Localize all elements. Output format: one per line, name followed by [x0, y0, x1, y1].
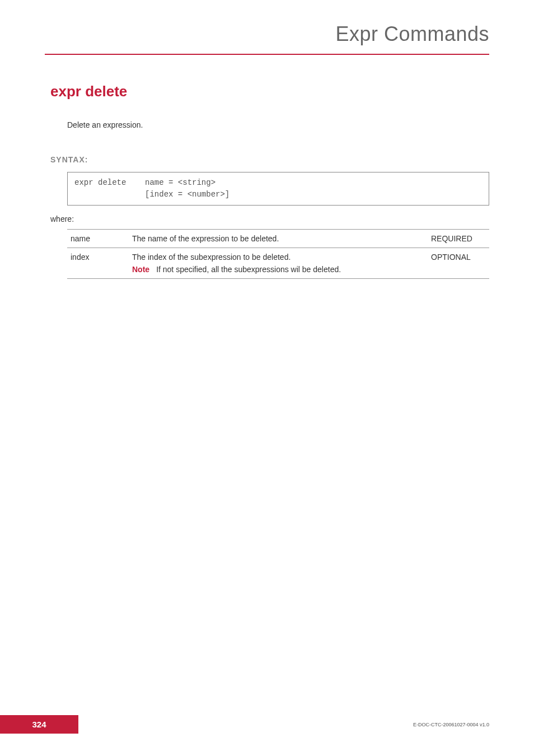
param-note-row: Note If not specified, all the subexpres… [132, 265, 424, 274]
where-label: where: [50, 214, 489, 223]
param-desc-text: The index of the subexpression to be del… [132, 253, 291, 262]
param-name-cell: index [67, 248, 129, 279]
section-title: expr delete [50, 83, 489, 100]
footer-region: 324 E-DOC-CTC-20061027-0004 v1.0 [0, 715, 534, 734]
parameters-table: name The name of the expression to be de… [67, 229, 489, 279]
header-region: Expr Commands [0, 0, 534, 46]
table-row: name The name of the expression to be de… [67, 230, 489, 248]
page-title: Expr Commands [45, 22, 489, 46]
note-text: If not specified, all the subexpressions… [156, 265, 341, 274]
content-region: expr delete Delete an expression. SYNTAX… [0, 55, 534, 279]
footer-row: 324 E-DOC-CTC-20061027-0004 v1.0 [0, 715, 534, 734]
param-req-cell: OPTIONAL [428, 248, 489, 279]
page-number-tab: 324 [0, 715, 78, 734]
param-desc-cell: The name of the expression to be deleted… [129, 230, 428, 248]
doc-id-text: E-DOC-CTC-20061027-0004 v1.0 [413, 722, 534, 727]
note-label: Note [132, 265, 156, 274]
param-name-cell: name [67, 230, 129, 248]
param-desc-cell: The index of the subexpression to be del… [129, 248, 428, 279]
section-description: Delete an expression. [67, 120, 489, 129]
syntax-code-box: expr delete name = <string> [index = <nu… [67, 172, 489, 206]
table-row: index The index of the subexpression to … [67, 248, 489, 279]
param-req-cell: REQUIRED [428, 230, 489, 248]
syntax-label: SYNTAX: [50, 155, 489, 164]
